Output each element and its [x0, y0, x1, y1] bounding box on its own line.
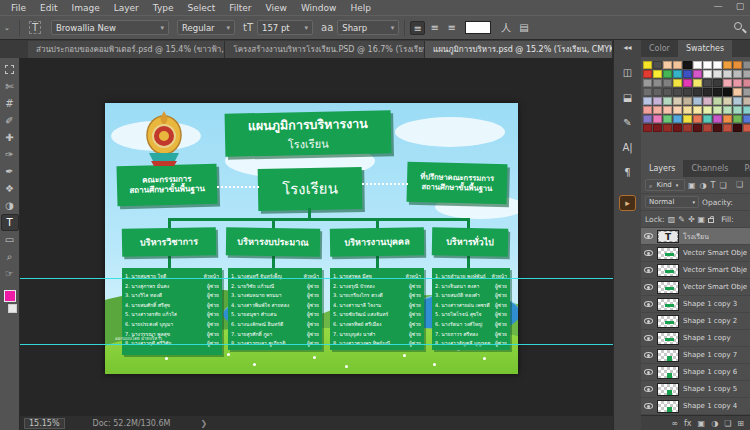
layer-row[interactable]: Shape 1 copy 3 [641, 296, 750, 313]
layer-row[interactable]: Shape 1 copy 2 [641, 313, 750, 330]
marquee-tool-icon[interactable] [1, 61, 19, 78]
color-swatch[interactable] [713, 70, 722, 78]
color-swatch[interactable] [723, 79, 732, 87]
color-swatch[interactable] [683, 115, 692, 123]
color-swatch[interactable] [653, 88, 662, 96]
color-swatch[interactable] [733, 79, 742, 87]
layer-row[interactable]: Vector Smart Object [641, 279, 750, 296]
color-swatch[interactable] [653, 79, 662, 87]
gradient-tool-icon[interactable]: ❖ [1, 180, 19, 197]
layer-row[interactable]: Shape 1 copy 6 [641, 364, 750, 381]
color-swatch[interactable] [743, 61, 750, 69]
layer-row[interactable]: Vector Smart Object copy [641, 262, 750, 279]
color-swatch[interactable] [663, 79, 672, 87]
color-swatch[interactable] [723, 97, 732, 105]
color-swatch[interactable] [703, 124, 712, 132]
type-tool-icon[interactable]: T [1, 214, 19, 231]
background-color-swatch[interactable] [8, 304, 17, 313]
eyedropper-tool-icon[interactable]: ✐ [1, 112, 19, 129]
color-swatch[interactable] [683, 106, 692, 114]
color-swatch[interactable] [713, 61, 722, 69]
properties-panel-icon[interactable]: ⬓ [623, 92, 632, 103]
color-swatch[interactable] [663, 124, 672, 132]
maximize-button[interactable]: ▢ [734, 1, 746, 11]
document-tab-1[interactable]: ส่วนประกอบของคอมพิวเตอร์.psd @ 15.4% (ขา… [28, 41, 225, 58]
color-swatch[interactable] [713, 124, 722, 132]
color-swatch[interactable] [653, 106, 662, 114]
color-swatch[interactable] [653, 115, 662, 123]
color-swatch[interactable] [733, 88, 742, 96]
visibility-eye-icon[interactable] [644, 386, 653, 392]
color-swatch[interactable] [693, 106, 702, 114]
color-swatch[interactable] [663, 115, 672, 123]
visibility-eye-icon[interactable] [644, 403, 653, 409]
color-swatch[interactable] [693, 88, 702, 96]
tool-preset-carat-icon[interactable]: ⌄ [4, 24, 10, 32]
font-size-select[interactable]: 157 pt▾ [257, 20, 313, 35]
visibility-eye-icon[interactable] [644, 352, 653, 358]
menu-item-edit[interactable]: Edit [33, 2, 64, 14]
toggle-panels-icon[interactable]: ▤ [519, 22, 528, 33]
zoom-tool-icon[interactable]: ⌕ [1, 248, 19, 265]
lasso-tool-icon[interactable]: ✄ [1, 78, 19, 95]
filter-type-icon-2[interactable]: T [711, 181, 716, 190]
color-swatch[interactable] [683, 97, 692, 105]
color-swatch[interactable] [643, 79, 652, 87]
color-swatch[interactable] [643, 70, 652, 78]
visibility-eye-icon[interactable] [644, 284, 653, 290]
tab-color[interactable]: Color [641, 40, 678, 57]
visibility-eye-icon[interactable] [644, 369, 653, 375]
color-swatch[interactable] [733, 61, 742, 69]
layer-style-icon[interactable]: fx [684, 419, 692, 428]
crop-tool-icon[interactable]: # [1, 95, 19, 112]
canvas-pasteboard[interactable]: แผนภูมิการบริหารงาน โรงเรียน คณะกรรมการ … [20, 58, 613, 416]
color-swatch[interactable] [703, 70, 712, 78]
adjustment-layer-icon[interactable]: ◑ [711, 419, 718, 428]
color-swatch[interactable] [743, 97, 750, 105]
psd-document[interactable]: แผนภูมิการบริหารงาน โรงเรียน คณะกรรมการ … [105, 103, 518, 374]
filter-type-icon-0[interactable]: ▣ [688, 181, 696, 190]
color-swatch[interactable] [673, 70, 682, 78]
menu-item-help[interactable]: Help [343, 2, 378, 14]
dodge-tool-icon[interactable]: ◑ [1, 197, 19, 214]
anti-alias-select[interactable]: Sharp▾ [337, 20, 399, 35]
color-swatch[interactable] [663, 61, 672, 69]
color-swatch[interactable] [643, 115, 652, 123]
add-mask-icon[interactable]: ▣ [698, 419, 706, 428]
color-swatch[interactable] [643, 97, 652, 105]
color-swatch[interactable] [693, 97, 702, 105]
color-swatch[interactable] [713, 97, 722, 105]
color-swatch[interactable] [743, 79, 750, 87]
healing-brush-tool-icon[interactable]: ✚ [1, 129, 19, 146]
layer-row[interactable]: Shape 1 copy 7 [641, 347, 750, 364]
color-swatch[interactable] [643, 88, 652, 96]
shapes-panel-icon[interactable]: ✎ [623, 117, 631, 128]
color-swatch[interactable] [743, 106, 750, 114]
menu-item-type[interactable]: Type [146, 2, 181, 14]
guide-line[interactable] [20, 278, 613, 279]
color-swatch[interactable] [663, 97, 672, 105]
color-swatch[interactable] [733, 124, 742, 132]
path-selection-tool-icon[interactable]: ▭ [1, 231, 19, 248]
document-tab-2[interactable]: โครงสร้างงานบริหารโรงเรียน.PSD @ 16.7% (… [225, 41, 425, 58]
color-swatch[interactable] [733, 115, 742, 123]
color-swatch[interactable] [733, 106, 742, 114]
color-swatch[interactable] [683, 61, 692, 69]
color-swatch[interactable] [713, 106, 722, 114]
lock-option-icon-2[interactable]: ✜ [688, 215, 695, 224]
color-swatch[interactable] [673, 124, 682, 132]
color-swatch[interactable] [673, 97, 682, 105]
align-center-icon[interactable]: ≡ [427, 21, 442, 35]
history-panel-icon[interactable]: ◫ [623, 67, 632, 78]
layer-row[interactable]: Shape 1 copy 4 [641, 398, 750, 415]
color-swatch[interactable] [743, 70, 750, 78]
color-swatch[interactable] [653, 61, 662, 69]
color-swatch[interactable] [693, 124, 702, 132]
font-style-select[interactable]: Regular▾ [177, 20, 235, 35]
visibility-eye-icon[interactable] [644, 318, 653, 324]
color-swatch[interactable] [673, 88, 682, 96]
visibility-eye-icon[interactable] [644, 233, 653, 239]
align-left-icon[interactable]: ≡ [410, 21, 425, 35]
guide-line[interactable] [20, 344, 613, 345]
color-swatch[interactable] [683, 88, 692, 96]
